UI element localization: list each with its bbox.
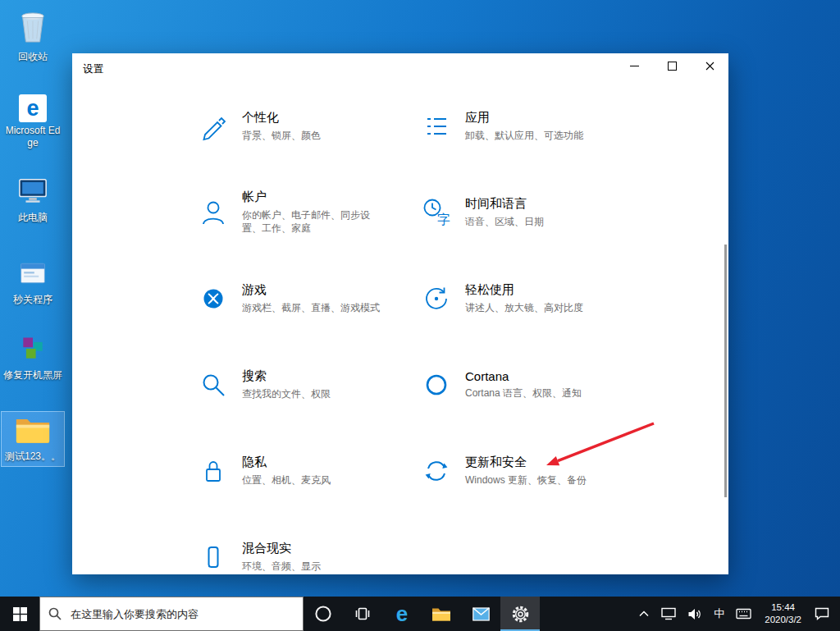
ease-of-access-icon bbox=[420, 282, 453, 315]
settings-category-search[interactable]: 搜索 查找我的文件、权限 bbox=[197, 341, 420, 428]
settings-category-personalization[interactable]: 个性化 背景、锁屏、颜色 bbox=[197, 83, 420, 169]
minimize-icon bbox=[630, 66, 639, 66]
settings-category-time-language[interactable]: 字 时间和语言 语音、区域、日期 bbox=[420, 169, 643, 255]
windows-logo-icon bbox=[13, 607, 27, 621]
category-subtitle: 位置、相机、麦克风 bbox=[242, 473, 331, 487]
folder-icon bbox=[14, 414, 52, 448]
desktop-icon-label: 此电脑 bbox=[18, 212, 48, 224]
category-title: 时间和语言 bbox=[465, 196, 544, 212]
desktop-icon-quick-close-app[interactable]: 秒关程序 bbox=[2, 256, 64, 309]
window-title: 设置 bbox=[83, 62, 103, 76]
category-subtitle: 查找我的文件、权限 bbox=[242, 387, 331, 400]
file-explorer-button[interactable] bbox=[422, 597, 461, 631]
mail-button[interactable] bbox=[461, 597, 500, 631]
time-language-icon: 字 bbox=[420, 196, 453, 229]
svg-text:字: 字 bbox=[437, 213, 450, 226]
mixed-reality-icon bbox=[197, 541, 230, 574]
maximize-button[interactable] bbox=[653, 53, 691, 78]
category-title: 混合现实 bbox=[242, 541, 321, 556]
category-title: 应用 bbox=[465, 110, 583, 126]
category-title: 游戏 bbox=[242, 282, 380, 298]
category-title: Cortana bbox=[465, 369, 582, 383]
edge-logo-glyph: e bbox=[26, 96, 39, 121]
maximize-icon bbox=[668, 62, 677, 71]
settings-window: 设置 个性化 背景、锁屏、颜色 bbox=[72, 53, 728, 574]
minimize-button[interactable] bbox=[615, 53, 653, 78]
task-view-icon bbox=[354, 606, 371, 622]
desktop-icon-label: 测试123。。 bbox=[5, 450, 61, 463]
category-title: 搜索 bbox=[242, 368, 331, 384]
category-title: 隐私 bbox=[242, 455, 331, 470]
network-icon bbox=[661, 607, 676, 620]
cortana-icon bbox=[420, 368, 453, 401]
apps-icon bbox=[420, 110, 453, 143]
category-subtitle: Cortana 语言、权限、通知 bbox=[465, 386, 582, 400]
tray-volume[interactable] bbox=[683, 597, 706, 631]
app-window-icon bbox=[18, 258, 48, 291]
folder-icon bbox=[431, 606, 451, 622]
action-center-button[interactable] bbox=[810, 597, 833, 631]
settings-taskbar-button[interactable] bbox=[500, 597, 540, 631]
desktop-icon-label: 回收站 bbox=[18, 51, 48, 63]
category-title: 轻松使用 bbox=[465, 282, 583, 298]
close-button[interactable] bbox=[691, 53, 728, 78]
personalization-icon bbox=[197, 110, 230, 143]
settings-category-mixed-reality[interactable]: 混合现实 环境、音频、显示 bbox=[197, 514, 420, 600]
this-pc-icon bbox=[17, 175, 48, 209]
close-icon bbox=[705, 62, 714, 71]
desktop-icon-recycle-bin[interactable]: 回收站 bbox=[2, 7, 64, 66]
tray-clock[interactable]: 15:44 2020/3/2 bbox=[759, 597, 807, 631]
gaming-icon bbox=[197, 282, 230, 315]
category-title: 更新和安全 bbox=[465, 455, 587, 470]
desktop-icon-label: 秒关程序 bbox=[13, 294, 52, 306]
task-view-button[interactable] bbox=[343, 597, 382, 631]
window-scrollbar[interactable] bbox=[724, 245, 727, 497]
update-security-icon bbox=[420, 455, 453, 487]
mail-icon bbox=[472, 607, 490, 621]
accounts-icon bbox=[197, 196, 230, 229]
privacy-icon bbox=[197, 455, 230, 487]
settings-category-cortana[interactable]: Cortana Cortana 语言、权限、通知 bbox=[420, 341, 643, 428]
cubes-icon bbox=[18, 334, 48, 367]
edge-taskbar-button[interactable]: e bbox=[382, 597, 422, 631]
tray-touch-keyboard[interactable] bbox=[732, 597, 756, 631]
recycle-bin-icon bbox=[17, 9, 48, 48]
desktop-icon-test-folder[interactable]: 测试123。。 bbox=[2, 412, 64, 466]
settings-category-update-security[interactable]: 更新和安全 Windows 更新、恢复、备份 bbox=[420, 428, 643, 514]
tray-network[interactable] bbox=[657, 597, 680, 631]
taskbar: e bbox=[0, 597, 840, 631]
search-input[interactable] bbox=[69, 607, 294, 621]
settings-category-grid: 个性化 背景、锁屏、颜色 应用 卸载、默认应用、可选功能 bbox=[197, 83, 643, 600]
settings-category-apps[interactable]: 应用 卸载、默认应用、可选功能 bbox=[420, 83, 643, 169]
settings-category-accounts[interactable]: 帐户 你的帐户、电子邮件、同步设置、工作、家庭 bbox=[197, 169, 420, 255]
taskbar-search-box[interactable] bbox=[39, 597, 304, 631]
clock-date: 2020/3/2 bbox=[765, 614, 801, 626]
desktop-icon-this-pc[interactable]: 此电脑 bbox=[2, 172, 64, 227]
category-title: 帐户 bbox=[242, 190, 388, 205]
settings-category-ease-of-access[interactable]: 轻松使用 讲述人、放大镜、高对比度 bbox=[420, 255, 643, 341]
settings-category-privacy[interactable]: 隐私 位置、相机、麦克风 bbox=[197, 428, 420, 514]
settings-category-gaming[interactable]: 游戏 游戏栏、截屏、直播、游戏模式 bbox=[197, 255, 420, 341]
category-subtitle: 背景、锁屏、颜色 bbox=[242, 129, 321, 142]
edge-icon: e bbox=[396, 603, 408, 624]
desktop-icon-fix-black-screen[interactable]: 修复开机黑屏 bbox=[2, 332, 64, 385]
clock-time: 15:44 bbox=[771, 601, 795, 614]
tray-ime-indicator[interactable]: 中 bbox=[710, 597, 728, 631]
gear-icon bbox=[511, 605, 530, 624]
cortana-circle-icon bbox=[314, 605, 332, 623]
desktop-icon-label: 修复开机黑屏 bbox=[3, 369, 62, 382]
category-subtitle: 卸载、默认应用、可选功能 bbox=[465, 129, 583, 142]
search-category-icon bbox=[197, 368, 230, 401]
ime-label: 中 bbox=[714, 606, 724, 621]
notification-icon bbox=[815, 607, 829, 620]
window-controls bbox=[615, 53, 728, 78]
category-subtitle: Windows 更新、恢复、备份 bbox=[465, 473, 587, 487]
desktop-icon-label: Microsoft Edge bbox=[3, 125, 62, 149]
tray-show-hidden-icons[interactable] bbox=[634, 597, 654, 631]
cortana-taskbar-button[interactable] bbox=[304, 597, 343, 631]
desktop-icon-edge[interactable]: e Microsoft Edge bbox=[2, 92, 64, 153]
desktop: 回收站 e Microsoft Edge 此电脑 秒关程序 bbox=[0, 0, 840, 631]
category-subtitle: 环境、音频、显示 bbox=[242, 560, 321, 573]
category-subtitle: 语音、区域、日期 bbox=[465, 215, 544, 228]
start-button[interactable] bbox=[0, 597, 39, 631]
